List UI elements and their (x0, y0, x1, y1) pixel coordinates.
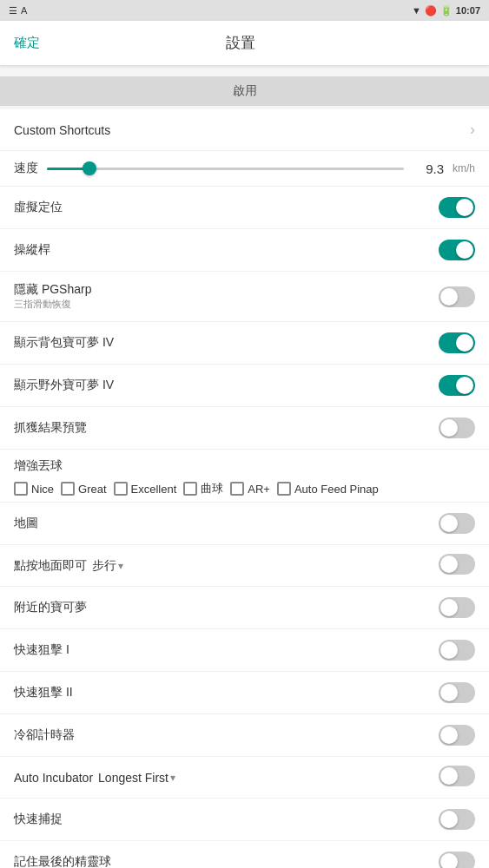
checkbox-excellent[interactable]: Excellent (114, 482, 177, 496)
status-bar-left: ☰ A (9, 5, 27, 16)
checkbox-curve-label: 曲球 (201, 481, 223, 496)
section-enable-header: 啟用 (0, 76, 489, 106)
throw-ball-row: 增強丟球 Nice Great Excellent 曲球 AR+ Auto Fe… (0, 450, 489, 503)
map-label: 地圖 (14, 516, 439, 531)
custom-shortcuts-row[interactable]: Custom Shortcuts › (0, 109, 489, 151)
walk-dropdown-arrow-icon: ▾ (118, 560, 123, 572)
auto-incubator-dropdown[interactable]: Longest First ▾ (98, 771, 175, 785)
auto-incubator-toggle[interactable] (439, 766, 475, 786)
speed-row: 速度 9.3 km/h (0, 151, 489, 187)
quick-attack1-label: 快速狙擊 I (14, 642, 439, 658)
speed-value: 9.3 (413, 161, 444, 176)
app-icon-2: A (21, 5, 27, 16)
walk-toggle-wrap (439, 554, 475, 577)
map-toggle[interactable] (439, 513, 475, 534)
quick-attack2-label: 快速狙擊 II (14, 685, 439, 700)
checkbox-curve[interactable]: 曲球 (183, 481, 223, 496)
speed-slider-track (47, 168, 404, 170)
auto-incubator-dropdown-arrow-icon: ▾ (170, 772, 175, 784)
nearby-pokemon-row: 附近的寶可夢 (0, 587, 489, 629)
show-wild-pokemon-label: 顯示野外寶可夢 IV (14, 378, 439, 393)
confirm-button[interactable]: 確定 (14, 35, 40, 51)
walk-row: 點按地面即可 步行 ▾ (0, 545, 489, 587)
nearby-pokemon-label: 附近的寶可夢 (14, 600, 439, 615)
quick-catch-label: 快速捕捉 (14, 812, 439, 827)
remember-ball-label: 記住最後的精靈球 (14, 854, 439, 868)
virtual-location-row: 虛擬定位 (0, 187, 489, 229)
checkbox-excellent-box (114, 482, 128, 496)
throw-checkboxes: Nice Great Excellent 曲球 AR+ Auto Feed Pi… (14, 481, 475, 496)
quick-attack2-row: 快速狙擊 II (0, 672, 489, 714)
show-back-pokemon-row: 顯示背包寶可夢 IV (0, 322, 489, 365)
hide-pgsharp-label: 隱藏 PGSharp (14, 282, 91, 296)
hide-pgsharp-sublabel: 三指滑動恢復 (14, 298, 91, 311)
auto-incubator-toggle-wrap (439, 766, 475, 789)
checkbox-nice[interactable]: Nice (14, 482, 54, 496)
checkbox-nice-label: Nice (31, 483, 54, 496)
hide-pgsharp-row: 隱藏 PGSharp 三指滑動恢復 (0, 272, 489, 322)
remember-ball-toggle[interactable] (439, 852, 475, 868)
remember-ball-row: 記住最後的精靈球 (0, 841, 489, 868)
checkbox-autofeed-box (277, 482, 291, 496)
nearby-pokemon-toggle[interactable] (439, 597, 475, 618)
signal-icon: 🔴 (425, 5, 437, 16)
checkbox-great[interactable]: Great (61, 482, 107, 496)
checkbox-arplus[interactable]: AR+ (230, 482, 270, 496)
walk-toggle[interactable] (439, 554, 475, 575)
throw-ball-title: 增強丟球 (14, 458, 475, 474)
checkbox-great-label: Great (78, 483, 107, 496)
catch-preview-label: 抓獲結果預覽 (14, 420, 439, 436)
checkbox-autofeed-label: Auto Feed Pinap (294, 483, 379, 496)
speed-slider-thumb[interactable] (83, 161, 96, 175)
top-bar: 確定 設置 (0, 21, 489, 66)
auto-incubator-label: Auto Incubator (14, 771, 93, 785)
chevron-right-icon: › (470, 121, 475, 139)
checkbox-autofeed[interactable]: Auto Feed Pinap (277, 482, 379, 496)
status-bar-right: ▼ 🔴 🔋 10:07 (412, 5, 480, 16)
checkbox-arplus-label: AR+ (248, 483, 270, 496)
wifi-icon: ▼ (412, 5, 421, 16)
hide-pgsharp-toggle[interactable] (439, 286, 475, 307)
auto-incubator-row: Auto Incubator Longest First ▾ (0, 757, 489, 799)
custom-shortcuts-right: › (470, 121, 475, 139)
quick-attack2-toggle[interactable] (439, 682, 475, 703)
catch-preview-row: 抓獲結果預覽 (0, 407, 489, 450)
map-row: 地圖 (0, 503, 489, 545)
joystick-toggle[interactable] (439, 240, 475, 260)
quick-attack1-row: 快速狙擊 I (0, 629, 489, 672)
auto-incubator-dropdown-value: Longest First (98, 771, 169, 785)
page-title: 設置 (226, 33, 255, 53)
show-back-pokemon-label: 顯示背包寶可夢 IV (14, 335, 439, 351)
custom-shortcuts-label: Custom Shortcuts (14, 123, 470, 137)
speed-unit: km/h (453, 162, 475, 174)
checkbox-curve-box (183, 482, 197, 496)
show-back-pokemon-toggle[interactable] (439, 332, 475, 353)
walk-dropdown[interactable]: 步行 ▾ (92, 558, 123, 574)
speed-label: 速度 (14, 161, 38, 176)
checkbox-arplus-box (230, 482, 244, 496)
quick-attack1-toggle[interactable] (439, 640, 475, 661)
catch-preview-toggle[interactable] (439, 418, 475, 438)
time-display: 10:07 (456, 5, 480, 16)
cooldown-label: 冷卻計時器 (14, 727, 439, 743)
joystick-row: 操縱桿 (0, 229, 489, 272)
show-wild-pokemon-row: 顯示野外寶可夢 IV (0, 365, 489, 407)
quick-catch-row: 快速捕捉 (0, 799, 489, 841)
battery-icon: 🔋 (440, 5, 453, 16)
show-wild-pokemon-toggle[interactable] (439, 375, 475, 396)
checkbox-great-box (61, 482, 75, 496)
cooldown-toggle[interactable] (439, 725, 475, 746)
hide-pgsharp-labels: 隱藏 PGSharp 三指滑動恢復 (14, 282, 91, 311)
app-icon-1: ☰ (9, 5, 17, 16)
checkbox-nice-box (14, 482, 28, 496)
checkbox-excellent-label: Excellent (131, 483, 177, 496)
status-bar: ☰ A ▼ 🔴 🔋 10:07 (0, 0, 489, 21)
cooldown-row: 冷卻計時器 (0, 714, 489, 757)
speed-slider-wrap[interactable] (47, 160, 404, 177)
quick-catch-toggle[interactable] (439, 809, 475, 830)
walk-label: 點按地面即可 (14, 558, 87, 574)
joystick-label: 操縱桿 (14, 242, 439, 258)
virtual-location-toggle[interactable] (439, 197, 475, 218)
walk-dropdown-value: 步行 (92, 558, 116, 574)
virtual-location-label: 虛擬定位 (14, 200, 439, 215)
